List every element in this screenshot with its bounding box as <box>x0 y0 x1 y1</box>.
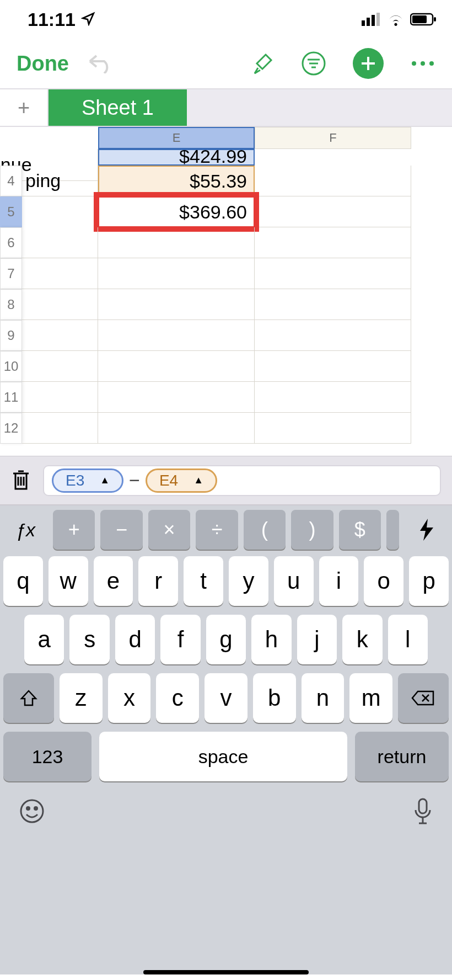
cell-f9[interactable] <box>255 320 411 351</box>
key-minus[interactable]: − <box>100 510 142 550</box>
key-multiply[interactable]: × <box>148 510 190 550</box>
done-button[interactable]: Done <box>17 52 69 76</box>
cell-d8[interactable] <box>22 289 98 320</box>
key-rparen[interactable]: ) <box>291 510 333 550</box>
key-j[interactable]: j <box>297 615 337 664</box>
key-s[interactable]: s <box>69 615 109 664</box>
row-header-9[interactable]: 9 <box>0 320 22 351</box>
key-backspace[interactable] <box>398 673 449 723</box>
key-k[interactable]: k <box>342 615 382 664</box>
key-t[interactable]: t <box>184 556 223 606</box>
row-header-6[interactable]: 6 <box>0 227 22 258</box>
row-header-4[interactable]: 4 <box>0 166 22 196</box>
key-x[interactable]: x <box>108 673 151 723</box>
key-f[interactable]: f <box>160 615 200 664</box>
dictation-button[interactable] <box>412 797 433 828</box>
emoji-button[interactable] <box>19 798 45 827</box>
add-button[interactable] <box>353 48 384 79</box>
key-b[interactable]: b <box>253 673 296 723</box>
more-button[interactable] <box>410 60 435 67</box>
key-z[interactable]: z <box>60 673 103 723</box>
cell-e10[interactable] <box>98 351 255 382</box>
key-d[interactable]: d <box>115 615 155 664</box>
cell-e6[interactable] <box>98 227 255 258</box>
key-i[interactable]: i <box>319 556 359 606</box>
key-lparen[interactable]: ( <box>244 510 286 550</box>
cell-d7[interactable] <box>22 258 98 289</box>
cell-d11[interactable] <box>22 382 98 413</box>
formula-token-e4[interactable]: E4▲ <box>146 468 217 493</box>
key-y[interactable]: y <box>229 556 268 606</box>
row-header-12[interactable]: 12 <box>0 413 22 444</box>
key-w[interactable]: w <box>49 556 88 606</box>
cell-e7[interactable] <box>98 258 255 289</box>
row-header-7[interactable]: 7 <box>0 258 22 289</box>
key-e[interactable]: e <box>94 556 133 606</box>
key-return[interactable]: return <box>355 732 449 781</box>
key-o[interactable]: o <box>364 556 403 606</box>
key-v[interactable]: v <box>205 673 247 723</box>
delete-formula-button[interactable] <box>11 468 33 493</box>
row-header-5[interactable]: 5 <box>0 196 22 227</box>
cell-e4[interactable]: $55.39 <box>98 166 255 196</box>
svg-rect-5 <box>412 15 427 23</box>
cell-f8[interactable] <box>255 289 411 320</box>
key-c[interactable]: c <box>156 673 199 723</box>
filter-icon[interactable] <box>301 51 326 76</box>
key-n[interactable]: n <box>302 673 345 723</box>
cell-e5[interactable]: $369.60 <box>98 196 255 227</box>
row-header-8[interactable]: 8 <box>0 289 22 320</box>
cell-e3[interactable]: $424.99 <box>98 149 255 166</box>
formula-token-e3[interactable]: E3▲ <box>52 468 123 493</box>
cell-f11[interactable] <box>255 382 411 413</box>
cell-e9[interactable] <box>98 320 255 351</box>
key-shift[interactable] <box>3 673 54 723</box>
cell-d4-partial-post[interactable]: ping <box>22 166 98 196</box>
formula-input[interactable]: E3▲ − E4▲ <box>43 465 441 496</box>
cell-f6[interactable] <box>255 227 411 258</box>
key-m[interactable]: m <box>349 673 392 723</box>
spreadsheet-grid[interactable]: E F evenue $424.99 ni 4 ping $55.39 of 5… <box>0 127 452 456</box>
key-more-ops[interactable] <box>386 510 399 550</box>
key-123[interactable]: 123 <box>3 732 92 781</box>
formula-bar-row: E3▲ − E4▲ <box>0 456 452 505</box>
key-divide[interactable]: ÷ <box>196 510 238 550</box>
format-brush-icon[interactable] <box>250 51 275 76</box>
sheet-tab-active[interactable]: Sheet 1 <box>49 89 187 126</box>
key-g[interactable]: g <box>206 615 246 664</box>
cell-f5[interactable] <box>255 196 411 227</box>
cell-f4[interactable] <box>255 166 411 196</box>
home-indicator[interactable] <box>143 970 309 974</box>
col-header-f[interactable]: F <box>255 127 411 149</box>
undo-button[interactable] <box>85 51 115 76</box>
cell-d9[interactable] <box>22 320 98 351</box>
key-u[interactable]: u <box>274 556 314 606</box>
svg-rect-0 <box>362 20 365 26</box>
key-q[interactable]: q <box>3 556 43 606</box>
key-r[interactable]: r <box>138 556 178 606</box>
key-h[interactable]: h <box>251 615 291 664</box>
key-a[interactable]: a <box>24 615 64 664</box>
cell-f7[interactable] <box>255 258 411 289</box>
cell-e8[interactable] <box>98 289 255 320</box>
token-dropdown-icon: ▲ <box>100 475 110 486</box>
key-plus[interactable]: + <box>53 510 95 550</box>
bolt-key[interactable] <box>405 510 449 550</box>
row-header-10[interactable]: 10 <box>0 351 22 382</box>
col-header-e[interactable]: E <box>98 127 255 149</box>
new-sheet-button[interactable]: + <box>0 89 49 126</box>
cell-d12[interactable] <box>22 413 98 444</box>
key-dollar[interactable]: $ <box>339 510 381 550</box>
keyboard: ƒx + − × ÷ ( ) $ q w e r t y u i o p a s… <box>0 505 452 974</box>
cell-e11[interactable] <box>98 382 255 413</box>
cell-e12[interactable] <box>98 413 255 444</box>
cell-d6[interactable] <box>22 227 98 258</box>
cell-f12[interactable] <box>255 413 411 444</box>
row-header-11[interactable]: 11 <box>0 382 22 413</box>
cell-d10[interactable] <box>22 351 98 382</box>
key-p[interactable]: p <box>409 556 449 606</box>
key-l[interactable]: l <box>388 615 428 664</box>
cell-f10[interactable] <box>255 351 411 382</box>
key-space[interactable]: space <box>99 732 347 781</box>
fx-key[interactable]: ƒx <box>3 510 47 550</box>
